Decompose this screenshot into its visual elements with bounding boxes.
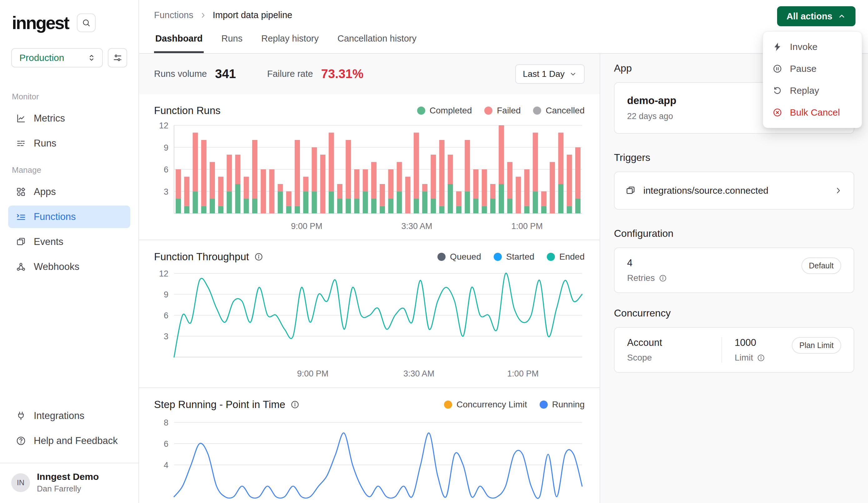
page-title: Import data pipeline xyxy=(213,10,292,20)
functions-list-icon xyxy=(16,212,26,222)
legend-ended: Ended xyxy=(547,252,585,262)
environment-selector[interactable]: Production xyxy=(11,48,103,68)
chevron-right-icon xyxy=(834,186,843,195)
svg-text:9:00 PM: 9:00 PM xyxy=(291,222,322,231)
info-icon[interactable] xyxy=(254,252,264,261)
sliders-icon xyxy=(113,53,123,63)
tab-runs[interactable]: Runs xyxy=(220,27,244,53)
menu-item-replay[interactable]: Replay xyxy=(763,80,862,102)
legend-completed: Completed xyxy=(417,106,472,116)
info-icon[interactable] xyxy=(659,274,667,283)
svg-text:12: 12 xyxy=(159,269,168,278)
svg-text:8: 8 xyxy=(164,418,168,428)
legend-concurrency-limit: Concurrency Limit xyxy=(444,400,527,410)
retries-card: 4 Retries Default xyxy=(614,247,854,293)
function-runs-chart: 369129:00 PM3:30 AM1:00 PM xyxy=(154,122,585,232)
function-throughput-section: Function Throughput Queued xyxy=(139,240,600,379)
event-icon xyxy=(625,185,636,196)
time-range-value: Last 1 Day xyxy=(523,69,565,79)
avatar: IN xyxy=(11,473,30,492)
step-running-chart: 468 xyxy=(154,416,585,503)
svg-text:1:00 PM: 1:00 PM xyxy=(511,222,543,231)
topbar: Functions Import data pipeline Dashboard… xyxy=(139,0,868,54)
concurrency-limit-dot xyxy=(444,401,452,409)
all-actions-button[interactable]: All actions xyxy=(777,6,856,26)
nav-section-monitor: Monitor xyxy=(8,92,130,102)
sidebar-item-label: Webhooks xyxy=(34,261,79,273)
user-menu[interactable]: IN Inngest Demo Dan Farrelly xyxy=(0,463,138,503)
search-icon xyxy=(82,18,91,28)
runs-volume-label: Runs volume xyxy=(154,69,207,79)
legend-started: Started xyxy=(494,252,534,262)
failed-dot xyxy=(484,106,493,115)
concurrency-scope-value: Account xyxy=(627,337,709,348)
nav-section-manage: Manage xyxy=(8,165,130,175)
info-icon[interactable] xyxy=(757,354,765,362)
sidebar-item-functions[interactable]: Functions xyxy=(8,206,130,228)
retries-value: 4 xyxy=(627,257,667,269)
help-circle-icon xyxy=(16,435,26,446)
tab-replay-history[interactable]: Replay history xyxy=(260,27,320,53)
breadcrumb: Functions Import data pipeline xyxy=(154,0,868,20)
svg-text:3:30 AM: 3:30 AM xyxy=(402,222,432,231)
svg-text:12: 12 xyxy=(159,122,168,130)
info-icon[interactable] xyxy=(290,400,300,409)
svg-text:9:00 PM: 9:00 PM xyxy=(297,369,329,378)
sidebar-item-integrations[interactable]: Integrations xyxy=(8,404,130,427)
chevron-up-icon xyxy=(837,12,846,21)
menu-item-invoke[interactable]: Invoke xyxy=(763,36,862,58)
trigger-event-name: integrations/source.connected xyxy=(643,185,768,196)
sidebar-item-label: Metrics xyxy=(34,113,65,124)
menu-item-pause[interactable]: Pause xyxy=(763,58,862,80)
all-actions-menu: Invoke Pause Replay Bulk Cancel xyxy=(763,31,862,128)
function-throughput-legend: Queued Started Ended xyxy=(437,252,585,262)
all-actions-label: All actions xyxy=(786,11,833,22)
trigger-card[interactable]: integrations/source.connected xyxy=(614,172,854,209)
svg-text:1:00 PM: 1:00 PM xyxy=(507,369,539,378)
svg-text:3: 3 xyxy=(164,187,168,196)
failure-rate-stat: Failure rate 73.31% xyxy=(267,67,363,81)
user-org: Inngest Demo xyxy=(37,471,99,482)
sidebar-item-label: Apps xyxy=(34,186,56,197)
sidebar-item-events[interactable]: Events xyxy=(8,230,130,253)
environment-name: Production xyxy=(19,52,64,63)
tab-dashboard[interactable]: Dashboard xyxy=(154,27,204,53)
events-windows-icon xyxy=(16,236,26,247)
chevron-down-icon xyxy=(569,70,577,78)
apps-grid-icon xyxy=(16,186,26,197)
sidebar-item-runs[interactable]: Runs xyxy=(8,132,130,155)
function-runs-title: Function Runs xyxy=(154,105,220,116)
menu-item-bulk-cancel[interactable]: Bulk Cancel xyxy=(763,102,862,123)
pause-circle-icon xyxy=(772,64,782,74)
concurrency-heading: Concurrency xyxy=(614,307,854,319)
svg-text:6: 6 xyxy=(164,439,168,449)
environment-filter-button[interactable] xyxy=(108,48,127,68)
tab-cancellation-history[interactable]: Cancellation history xyxy=(336,27,418,53)
concurrency-card: Account Scope 1000 Limit xyxy=(614,327,854,373)
configuration-heading: Configuration xyxy=(614,228,854,239)
failure-rate-value: 73.31% xyxy=(321,67,364,81)
search-button[interactable] xyxy=(77,13,96,32)
time-range-select[interactable]: Last 1 Day xyxy=(515,64,585,84)
queued-dot xyxy=(437,253,446,261)
metrics-icon xyxy=(16,113,26,124)
breadcrumb-functions[interactable]: Functions xyxy=(154,10,194,20)
stats-row: Runs volume 341 Failure rate 73.31% Last… xyxy=(139,54,600,94)
function-runs-legend: Completed Failed Cancelled xyxy=(417,106,585,116)
concurrency-limit-label: Limit xyxy=(735,353,765,363)
legend-queued: Queued xyxy=(437,252,481,262)
replay-icon xyxy=(772,85,782,95)
runs-volume-value: 341 xyxy=(215,67,236,81)
chevron-right-icon xyxy=(199,11,207,19)
sidebar-item-apps[interactable]: Apps xyxy=(8,181,130,203)
sidebar-item-webhooks[interactable]: Webhooks xyxy=(8,256,130,278)
concurrency-limit-value: 1000 xyxy=(735,337,765,348)
cancelled-dot xyxy=(533,106,541,115)
legend-cancelled: Cancelled xyxy=(533,106,585,116)
sidebar-item-label: Functions xyxy=(34,211,76,223)
concurrency-scope-label: Scope xyxy=(627,353,709,363)
user-name: Dan Farrelly xyxy=(37,484,99,494)
sidebar-item-metrics[interactable]: Metrics xyxy=(8,107,130,130)
svg-text:6: 6 xyxy=(164,165,168,174)
sidebar-item-help[interactable]: Help and Feedback xyxy=(8,430,130,452)
